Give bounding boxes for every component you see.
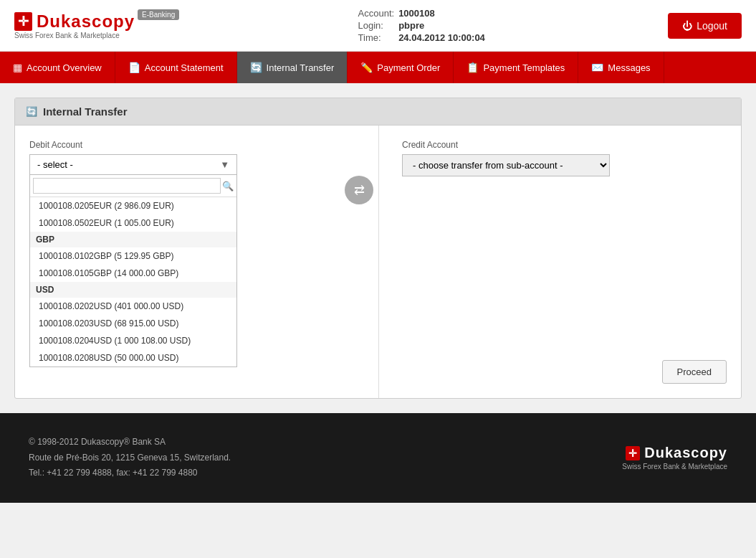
logout-label: Logout: [697, 20, 727, 32]
credit-label: Credit Account: [402, 140, 727, 150]
credit-section: Credit Account - choose transfer from su…: [402, 140, 727, 176]
logo-area: ✛ Dukascopy E-Banking Swiss Forex Bank &…: [14, 11, 179, 39]
account-label: Account:: [358, 7, 399, 19]
footer-logo-image: ✛ Dukascopy: [626, 445, 727, 461]
list-item[interactable]: 1000108.0208USD (50 000.00 USD): [30, 349, 236, 367]
nav-account-statement-label: Account Statement: [145, 62, 224, 73]
chevron-down-icon: ▼: [220, 159, 229, 170]
list-item[interactable]: 1000108.0202USD (401 000.00 USD): [30, 298, 236, 315]
time-label: Time:: [358, 32, 399, 44]
credit-select-wrapper: - choose transfer from sub-account -: [402, 154, 727, 176]
main-nav: ▦ Account Overview 📄 Account Statement 🔄…: [0, 52, 756, 83]
nav-account-overview[interactable]: ▦ Account Overview: [0, 52, 115, 83]
debit-select-display[interactable]: - select - ▼: [29, 154, 237, 175]
login-value: pbpre: [398, 19, 489, 32]
nav-account-overview-label: Account Overview: [27, 62, 102, 73]
footer-contact: Tel.: +41 22 799 4888, fax: +41 22 799 4…: [29, 465, 231, 481]
arrow-section: ⇄: [316, 140, 402, 204]
nav-payment-order[interactable]: ✏️ Payment Order: [348, 52, 454, 83]
footer-logo-cross-icon: ✛: [626, 446, 640, 460]
nav-internal-transfer[interactable]: 🔄 Internal Transfer: [237, 52, 348, 83]
header: ✛ Dukascopy E-Banking Swiss Forex Bank &…: [0, 0, 756, 52]
logo-cross-icon: ✛: [14, 12, 32, 31]
nav-payment-templates[interactable]: 📋 Payment Templates: [454, 52, 578, 83]
refresh-icon: 🔄: [250, 62, 262, 73]
footer-logo-text: Dukascopy: [644, 445, 727, 461]
credit-select[interactable]: - choose transfer from sub-account -: [402, 154, 610, 176]
ebanking-badge: E-Banking: [138, 9, 179, 20]
nav-account-statement[interactable]: 📄 Account Statement: [115, 52, 237, 83]
account-value: 1000108: [398, 7, 489, 19]
dropdown-list[interactable]: 1000108.0205EUR (2 986.09 EUR) 1000108.0…: [30, 197, 236, 367]
account-info: Account: 1000108 Login: pbpre Time: 24.0…: [358, 7, 489, 44]
mail-icon: ✉️: [591, 62, 603, 73]
logo-image: ✛ Dukascopy: [14, 11, 135, 32]
nav-messages-label: Messages: [608, 62, 650, 73]
list-item[interactable]: 1000108.0205EUR (2 986.09 EUR): [30, 197, 236, 214]
footer-copyright: © 1998-2012 Dukascopy® Bank SA: [29, 435, 231, 450]
debit-dropdown: 🔍 1000108.0205EUR (2 986.09 EUR) 1000108…: [29, 175, 237, 367]
list-item[interactable]: 1000108.0203USD (68 915.00 USD): [30, 315, 236, 332]
panel-body: Debit Account - select - ▼ 🔍: [15, 126, 741, 398]
search-input[interactable]: [33, 178, 221, 194]
time-value: 24.04.2012 10:00:04: [398, 32, 489, 44]
footer-logo: ✛ Dukascopy Swiss Forex Bank & Marketpla…: [622, 445, 727, 470]
footer-left: © 1998-2012 Dukascopy® Bank SA Route de …: [29, 435, 231, 481]
debit-section: Debit Account - select - ▼ 🔍: [29, 140, 316, 367]
transfer-panel: 🔄 Internal Transfer Debit Account - sele…: [14, 98, 742, 399]
logo-subtitle: Swiss Forex Bank & Marketplace: [14, 32, 179, 39]
list-item[interactable]: 1000108.0502EUR (1 005.00 EUR): [30, 214, 236, 232]
nav-messages[interactable]: ✉️ Messages: [578, 52, 664, 83]
logo-text: Dukascopy: [37, 11, 135, 32]
footer: © 1998-2012 Dukascopy® Bank SA Route de …: [0, 413, 756, 503]
main-content: 🔄 Internal Transfer Debit Account - sele…: [0, 83, 756, 413]
document-icon: 📄: [128, 62, 140, 73]
power-icon: [682, 20, 692, 32]
nav-internal-transfer-label: Internal Transfer: [267, 62, 335, 73]
panel-header: 🔄 Internal Transfer: [15, 98, 741, 126]
template-icon: 📋: [466, 62, 479, 73]
debit-label: Debit Account: [29, 140, 316, 150]
vertical-divider: [378, 126, 379, 398]
nav-payment-templates-label: Payment Templates: [483, 62, 565, 73]
nav-payment-order-label: Payment Order: [377, 62, 440, 73]
group-label-gbp: GBP: [30, 232, 236, 247]
grid-icon: ▦: [13, 62, 22, 73]
logo-box: ✛ Dukascopy E-Banking Swiss Forex Bank &…: [14, 11, 179, 39]
debit-select-box: - select - ▼ 🔍 1000108.0205EUR (2 986.09…: [29, 154, 237, 367]
search-box: 🔍: [30, 175, 236, 197]
footer-logo-subtitle: Swiss Forex Bank & Marketplace: [622, 463, 727, 470]
list-item[interactable]: 1000108.0102GBP (5 129.95 GBP): [30, 247, 236, 265]
search-icon: 🔍: [222, 181, 234, 191]
footer-address: Route de Pré-Bois 20, 1215 Geneva 15, Sw…: [29, 450, 231, 466]
list-item[interactable]: 1000108.0204USD (1 000 108.00 USD): [30, 332, 236, 349]
group-label-usd: USD: [30, 282, 236, 298]
logout-button[interactable]: Logout: [668, 13, 742, 39]
login-label: Login:: [358, 19, 399, 32]
list-item[interactable]: 1000108.0105GBP (14 000.00 GBP): [30, 265, 236, 282]
proceed-button[interactable]: Proceed: [662, 360, 727, 384]
panel-refresh-icon: 🔄: [26, 106, 37, 117]
swap-icon: ⇄: [345, 176, 373, 204]
edit-icon: ✏️: [360, 62, 373, 73]
debit-select-value: - select -: [37, 159, 73, 170]
panel-title: Internal Transfer: [43, 105, 128, 118]
